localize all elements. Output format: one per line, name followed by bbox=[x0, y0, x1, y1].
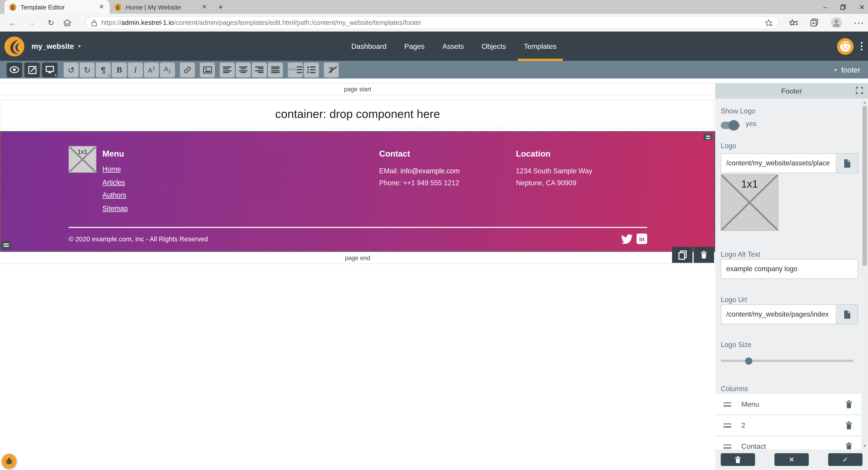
back-icon[interactable]: ← bbox=[5, 18, 20, 27]
confirm-button[interactable]: ✓ bbox=[828, 453, 863, 466]
browser-menu-icon[interactable]: ··· bbox=[854, 19, 865, 27]
column-row-contact[interactable]: Contact bbox=[715, 436, 862, 449]
nav-pages[interactable]: Pages bbox=[398, 32, 431, 61]
subscript-button[interactable]: A2 bbox=[160, 62, 175, 77]
edit-mode-button[interactable] bbox=[24, 62, 40, 77]
italic-button[interactable]: I bbox=[128, 62, 143, 77]
home-icon[interactable] bbox=[63, 19, 78, 26]
kebab-menu-icon[interactable] bbox=[861, 42, 863, 51]
scroll-up-icon[interactable]: ▲ bbox=[862, 100, 868, 104]
linkedin-icon[interactable]: in bbox=[637, 233, 647, 244]
align-center-button[interactable] bbox=[236, 62, 251, 77]
forward-icon[interactable]: → bbox=[24, 18, 39, 27]
footer-link-authors[interactable]: Authors bbox=[102, 191, 126, 199]
trash-icon[interactable] bbox=[845, 400, 852, 409]
cancel-button[interactable]: ✕ bbox=[774, 453, 809, 466]
preview-eye-button[interactable] bbox=[6, 62, 22, 77]
dialog-scrollbar[interactable]: ▲ ▼ bbox=[862, 98, 868, 449]
drag-handle-icon[interactable] bbox=[723, 402, 731, 407]
paragraph-format-button[interactable]: ¶▾ bbox=[96, 62, 111, 77]
footer-contact-heading: Contact bbox=[379, 149, 410, 158]
footer-link-home[interactable]: Home bbox=[102, 165, 121, 173]
site-name: my_website bbox=[32, 42, 74, 51]
copy-component-button[interactable] bbox=[672, 247, 692, 263]
align-left-button[interactable] bbox=[220, 62, 235, 77]
image-button[interactable] bbox=[200, 62, 215, 77]
screen: Template Editor ✕ Home | My Website ✕ + … bbox=[0, 0, 868, 470]
browser-profile-avatar[interactable] bbox=[830, 17, 842, 29]
browser-titlebar: Template Editor ✕ Home | My Website ✕ + … bbox=[0, 0, 868, 14]
trash-icon[interactable] bbox=[845, 442, 852, 449]
twitter-icon[interactable] bbox=[621, 234, 633, 244]
site-selector[interactable]: my_website ▾ bbox=[4, 36, 81, 56]
logo-url-browse-button[interactable] bbox=[836, 304, 858, 324]
column-row-2[interactable]: 2 bbox=[715, 415, 862, 436]
address-bar[interactable]: https://admin.kestrel-1.io/content/admin… bbox=[85, 16, 779, 29]
logo-size-label: Logo Size bbox=[721, 341, 752, 349]
nav-objects[interactable]: Objects bbox=[475, 32, 512, 61]
bookmark-star-icon[interactable] bbox=[765, 19, 773, 27]
undo-button[interactable]: ↺ bbox=[64, 62, 79, 77]
nav-assets[interactable]: Assets bbox=[436, 32, 470, 61]
scroll-down-icon[interactable]: ▼ bbox=[862, 444, 868, 448]
ordered-list-button[interactable]: 1 2 3 bbox=[288, 62, 303, 77]
restore-button[interactable] bbox=[840, 4, 846, 9]
logo-url-label: Logo Url bbox=[721, 296, 747, 304]
nav-dashboard[interactable]: Dashboard bbox=[345, 32, 393, 61]
browser-tab-inactive[interactable]: Home | My Website ✕ bbox=[110, 0, 213, 14]
logo-path-input[interactable] bbox=[721, 153, 837, 173]
user-avatar[interactable] bbox=[837, 38, 853, 55]
browser-tab-active[interactable]: Template Editor ✕ bbox=[4, 0, 110, 14]
clear-formatting-button[interactable]: T bbox=[324, 62, 339, 77]
drag-handle-icon[interactable] bbox=[723, 423, 731, 428]
drag-handle-icon[interactable] bbox=[723, 444, 731, 448]
trash-icon[interactable] bbox=[845, 421, 852, 430]
column-row-menu[interactable]: Menu bbox=[715, 394, 862, 415]
show-logo-toggle-knob[interactable] bbox=[728, 120, 739, 131]
url-text[interactable]: https://admin.kestrel-1.io/content/admin… bbox=[101, 19, 765, 26]
logo-browse-button[interactable] bbox=[836, 153, 858, 173]
logo-size-slider[interactable] bbox=[721, 360, 854, 362]
redo-button[interactable]: ↻ bbox=[80, 62, 95, 77]
browser-toolbar: ← → ↻ https://admin.kestrel-1.io/content… bbox=[0, 14, 868, 31]
page-start-marker[interactable]: page start bbox=[0, 83, 715, 95]
bug-icon bbox=[5, 457, 13, 466]
footer-contact-phone: Phone: ++1 949 555 1212 bbox=[379, 179, 459, 187]
refresh-icon[interactable]: ↻ bbox=[43, 18, 58, 27]
device-preview-button[interactable]: ▾ bbox=[42, 62, 58, 77]
page-end-marker[interactable]: page end bbox=[0, 252, 715, 264]
delete-component-button[interactable] bbox=[694, 247, 714, 263]
footer-link-articles[interactable]: Articles bbox=[102, 179, 125, 186]
align-justify-button[interactable] bbox=[268, 62, 283, 77]
link-button[interactable] bbox=[180, 62, 195, 77]
debug-bug-button[interactable] bbox=[2, 454, 17, 469]
dialog-header: Footer bbox=[715, 83, 868, 98]
tab-title: Template Editor bbox=[21, 4, 98, 10]
footer-component-preview[interactable]: 1x1 Menu Home Articles Authors Sitemap C… bbox=[0, 131, 715, 252]
delete-button[interactable] bbox=[721, 453, 755, 466]
fullscreen-icon[interactable] bbox=[856, 87, 863, 94]
align-right-button[interactable] bbox=[252, 62, 267, 77]
superscript-button[interactable]: A2 bbox=[144, 62, 159, 77]
close-window-button[interactable]: ✕ bbox=[859, 3, 865, 11]
scrollbar-thumb[interactable] bbox=[863, 106, 867, 265]
component-move-handle[interactable] bbox=[704, 134, 712, 140]
template-selector[interactable]: ▾ footer bbox=[835, 65, 868, 74]
logo-alt-text-input[interactable] bbox=[721, 259, 858, 279]
component-move-handle[interactable] bbox=[1, 241, 11, 249]
new-tab-button[interactable]: + bbox=[218, 2, 223, 12]
logo-size-slider-thumb[interactable] bbox=[745, 357, 752, 365]
container-dropzone[interactable]: container: drop component here bbox=[1, 100, 714, 128]
collections-icon[interactable] bbox=[810, 18, 819, 27]
nav-templates[interactable]: Templates bbox=[518, 32, 563, 61]
bullet-list-button[interactable] bbox=[304, 62, 319, 77]
logo-url-input[interactable] bbox=[721, 304, 837, 324]
bold-button[interactable]: B bbox=[112, 62, 127, 77]
minimize-button[interactable]: – bbox=[823, 3, 827, 11]
tab-close-icon[interactable]: ✕ bbox=[98, 3, 105, 11]
main-nav: Dashboard Pages Assets Objects Templates bbox=[342, 32, 565, 61]
footer-email-link[interactable]: info@example.com bbox=[400, 167, 460, 175]
tab-close-icon[interactable]: ✕ bbox=[201, 3, 208, 11]
favorites-icon[interactable] bbox=[789, 19, 798, 27]
footer-link-sitemap[interactable]: Sitemap bbox=[102, 205, 128, 212]
